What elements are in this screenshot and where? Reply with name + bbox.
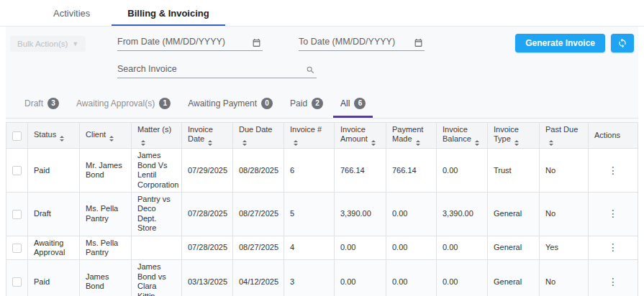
col-header-invoice-date[interactable]: Invoice Date — [182, 123, 233, 149]
cell-payment-made: 0.00 — [386, 236, 437, 260]
from-date-field — [117, 34, 263, 51]
search-invoice-input[interactable] — [117, 61, 317, 78]
to-date-field — [299, 34, 425, 51]
row-actions-menu-icon[interactable]: ⋮ — [607, 242, 620, 252]
cell-due-date: 08/27/2025 — [233, 236, 284, 260]
col-header-actions: Actions — [589, 123, 638, 149]
bulk-actions-button[interactable]: Bulk Action(s) ▼ — [10, 36, 86, 52]
sort-icon[interactable] — [109, 136, 114, 142]
count-badge: 0 — [261, 98, 273, 109]
cell-due-date: 08/28/2025 — [233, 149, 284, 193]
invoice-table: Status Client Matter (s) Invoice Date Du… — [6, 122, 638, 296]
cell-past-due: No — [540, 260, 589, 296]
billing-page: Activities Billing & Invoicing Bulk Acti… — [0, 0, 644, 296]
cell-payment-made: 766.14 — [386, 149, 437, 193]
cell-status: Draft — [28, 193, 80, 236]
cell-invoice-number: 6 — [284, 149, 335, 193]
cell-invoice-date: 07/28/2025 — [182, 193, 233, 236]
count-badge: 2 — [312, 98, 323, 109]
count-badge: 3 — [47, 98, 59, 109]
cell-payment-made: 0.00 — [386, 260, 437, 296]
calendar-icon[interactable] — [252, 37, 261, 47]
sort-icon[interactable] — [416, 140, 420, 146]
cell-client: Mr. James Bond — [80, 149, 132, 193]
sort-icon[interactable] — [549, 140, 553, 146]
cell-matter: Pantry vs Deco Dept. Store — [132, 193, 182, 236]
sort-icon[interactable] — [371, 140, 376, 146]
status-tab-draft[interactable]: Draft 3 — [16, 88, 68, 118]
status-tab-all[interactable]: All 6 — [332, 88, 374, 118]
cell-invoice-amount: 3,390.00 — [335, 193, 386, 236]
table-row: Draft Ms. Pella Pantry Pantry vs Deco De… — [6, 193, 638, 236]
row-checkbox[interactable] — [12, 277, 22, 287]
sort-icon[interactable] — [208, 140, 212, 146]
cell-invoice-balance: 3,390.00 — [437, 193, 488, 236]
status-tab-awaiting-payment[interactable]: Awaiting Payment 0 — [179, 88, 281, 118]
cell-due-date: 04/12/2025 — [233, 260, 284, 296]
col-header-payment-made[interactable]: Payment Made — [386, 123, 437, 149]
table-row: Awaiting Approval Ms. Pella Pantry 07/28… — [6, 236, 638, 260]
refresh-button[interactable] — [611, 34, 634, 52]
cell-invoice-amount: 766.14 — [335, 149, 386, 193]
cell-invoice-number: 5 — [284, 193, 335, 236]
search-invoice-field — [117, 61, 317, 78]
billing-panel: Bulk Action(s) ▼ Ge — [6, 27, 638, 292]
cell-client: James Bond — [80, 260, 132, 296]
select-all-checkbox[interactable] — [12, 131, 22, 141]
row-checkbox[interactable] — [12, 210, 22, 219]
main-tabbar: Activities Billing & Invoicing — [0, 0, 644, 27]
sort-icon[interactable] — [60, 136, 64, 142]
sort-icon[interactable] — [514, 140, 519, 146]
cell-invoice-number: 3 — [284, 260, 335, 296]
sort-icon[interactable] — [141, 140, 145, 146]
chevron-down-icon: ▼ — [72, 40, 78, 47]
table-header-row: Status Client Matter (s) Invoice Date Du… — [6, 123, 638, 149]
table-row: Paid James Bond James Bond vs Clara Kitt… — [6, 260, 638, 296]
select-all-cell — [6, 123, 28, 149]
refresh-icon — [617, 38, 627, 48]
cell-invoice-date: 07/28/2025 — [182, 236, 233, 260]
row-checkbox[interactable] — [12, 244, 22, 253]
cell-invoice-balance: 0.00 — [437, 149, 488, 193]
tab-activities[interactable]: Activities — [35, 0, 109, 26]
row-checkbox[interactable] — [12, 166, 22, 175]
cell-status: Paid — [28, 149, 80, 193]
col-header-invoice-amount[interactable]: Invoice Amount — [335, 123, 386, 149]
col-header-matter[interactable]: Matter (s) — [132, 123, 182, 149]
cell-invoice-number: 4 — [284, 236, 335, 260]
tab-billing-invoicing[interactable]: Billing & Invoicing — [109, 0, 227, 26]
sort-icon[interactable] — [242, 140, 247, 146]
cell-due-date: 08/27/2025 — [233, 193, 284, 236]
to-date-input[interactable] — [299, 34, 425, 51]
status-tab-awaiting-approvals[interactable]: Awaiting Approval(s) 1 — [68, 88, 179, 118]
count-badge: 1 — [159, 98, 171, 109]
cell-client: Ms. Pella Pantry — [80, 236, 132, 260]
generate-invoice-button[interactable]: Generate Invoice — [515, 34, 605, 52]
row-actions-menu-icon[interactable]: ⋮ — [607, 165, 620, 175]
col-header-invoice-type[interactable]: Invoice Type — [488, 123, 540, 149]
col-header-due-date[interactable]: Due Date — [233, 123, 284, 149]
from-date-input[interactable] — [117, 34, 263, 51]
col-header-client[interactable]: Client — [80, 123, 132, 149]
row-actions-menu-icon[interactable]: ⋮ — [607, 208, 620, 218]
table-row: Paid Mr. James Bond James Bond Vs Lentil… — [6, 149, 638, 193]
col-header-invoice-number[interactable]: Invoice # — [284, 123, 335, 149]
cell-invoice-amount: 0.00 — [335, 236, 386, 260]
col-header-past-due[interactable]: Past Due — [540, 123, 589, 149]
col-header-status[interactable]: Status — [28, 123, 80, 149]
sort-icon[interactable] — [475, 140, 479, 146]
cell-invoice-type: General — [488, 236, 540, 260]
status-tab-label: Awaiting Approval(s) — [76, 98, 155, 108]
cell-status: Paid — [28, 260, 80, 296]
calendar-icon[interactable] — [414, 37, 423, 47]
cell-matter: James Bond Vs Lentil Corporation — [132, 149, 182, 193]
cell-matter: James Bond vs Clara Kittin — [132, 260, 182, 296]
status-tabbar: Draft 3 Awaiting Approval(s) 1 Awaiting … — [6, 88, 638, 119]
cell-past-due: No — [540, 149, 589, 193]
cell-invoice-amount: 0.00 — [335, 260, 386, 296]
row-actions-menu-icon[interactable]: ⋮ — [607, 277, 620, 287]
status-tab-paid[interactable]: Paid 2 — [281, 88, 332, 118]
cell-invoice-balance: 0.00 — [437, 260, 488, 296]
sort-icon[interactable] — [294, 140, 298, 146]
col-header-invoice-balance[interactable]: Invoice Balance — [437, 123, 488, 149]
